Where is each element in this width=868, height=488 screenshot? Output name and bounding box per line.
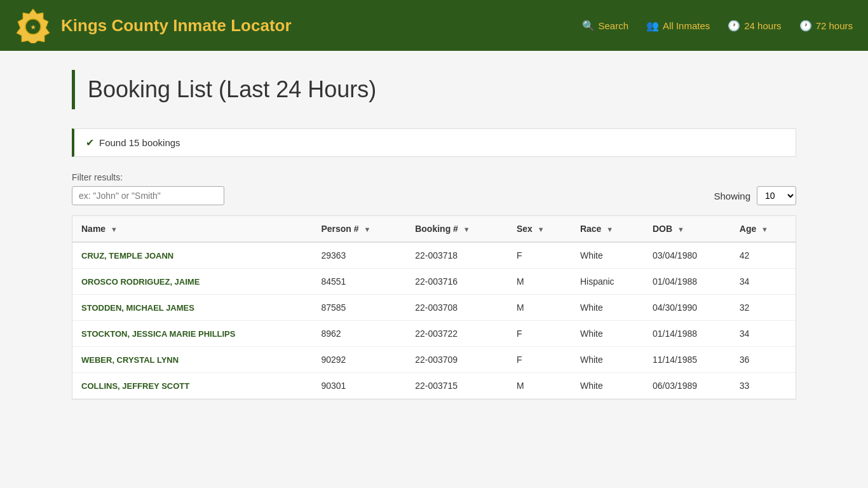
inmates-table: Name ▼ Person # ▼ Booking # ▼ Sex ▼ Race…	[72, 216, 796, 399]
24hours-icon: 🕐	[728, 20, 740, 32]
cell-name: WEBER, CRYSTAL LYNN	[72, 347, 312, 373]
cell-booking-num: 22-003718	[406, 242, 508, 269]
cell-person-num: 87585	[312, 295, 406, 321]
showing-select[interactable]: 10 25 50 100	[757, 186, 796, 205]
sheriff-badge-logo: ★	[15, 8, 51, 43]
app-title: Kings County Inmate Locator	[61, 16, 582, 36]
inmate-name-link[interactable]: STOCKTON, JESSICA MARIE PHILLIPS	[81, 329, 235, 339]
filter-input[interactable]	[72, 186, 224, 205]
col-sex[interactable]: Sex ▼	[508, 216, 571, 242]
table-header: Name ▼ Person # ▼ Booking # ▼ Sex ▼ Race…	[72, 216, 796, 242]
table-body: CRUZ, TEMPLE JOANN 29363 22-003718 F Whi…	[72, 242, 796, 399]
inmate-name-link[interactable]: COLLINS, JEFFREY SCOTT	[81, 381, 189, 391]
72hours-icon: 🕐	[799, 20, 812, 32]
cell-sex: M	[508, 295, 571, 321]
cell-race: Hispanic	[571, 269, 644, 295]
search-nav-item[interactable]: 🔍 Search	[582, 20, 629, 32]
cell-age: 34	[731, 321, 796, 347]
cell-dob: 06/03/1989	[644, 373, 731, 399]
cell-age: 42	[731, 242, 796, 269]
col-name[interactable]: Name ▼	[72, 216, 312, 242]
col-age[interactable]: Age ▼	[731, 216, 796, 242]
cell-booking-num: 22-003708	[406, 295, 508, 321]
table-row: OROSCO RODRIGUEZ, JAIME 84551 22-003716 …	[72, 269, 796, 295]
cell-sex: M	[508, 269, 571, 295]
cell-dob: 01/04/1988	[644, 269, 731, 295]
cell-sex: F	[508, 242, 571, 269]
name-sort-icon: ▼	[111, 226, 118, 233]
filter-section: Filter results:	[72, 172, 224, 205]
cell-person-num: 90301	[312, 373, 406, 399]
result-info-text: Found 15 bookings	[99, 137, 180, 148]
cell-race: White	[571, 242, 644, 269]
72hours-nav-item[interactable]: 🕐 72 hours	[799, 20, 853, 32]
search-icon: 🔍	[582, 20, 595, 32]
all-inmates-nav-label: All Inmates	[663, 20, 710, 31]
showing-label: Showing	[714, 191, 750, 201]
cell-booking-num: 22-003709	[406, 347, 508, 373]
search-nav-label: Search	[599, 20, 629, 31]
cell-race: White	[571, 373, 644, 399]
showing-section: Showing 10 25 50 100	[714, 186, 796, 205]
cell-name: STOCKTON, JESSICA MARIE PHILLIPS	[72, 321, 312, 347]
check-icon: ✔	[86, 137, 94, 149]
age-sort-icon: ▼	[761, 226, 768, 233]
inmate-name-link[interactable]: OROSCO RODRIGUEZ, JAIME	[81, 277, 200, 287]
table-row: CRUZ, TEMPLE JOANN 29363 22-003718 F Whi…	[72, 242, 796, 269]
table-row: COLLINS, JEFFREY SCOTT 90301 22-003715 M…	[72, 373, 796, 399]
cell-booking-num: 22-003722	[406, 321, 508, 347]
race-sort-icon: ▼	[606, 226, 613, 233]
cell-name: OROSCO RODRIGUEZ, JAIME	[72, 269, 312, 295]
cell-age: 33	[731, 373, 796, 399]
header: ★ Kings County Inmate Locator 🔍 Search 👥…	[0, 0, 868, 51]
cell-person-num: 29363	[312, 242, 406, 269]
72hours-nav-label: 72 hours	[816, 20, 853, 31]
table-row: WEBER, CRYSTAL LYNN 90292 22-003709 F Wh…	[72, 347, 796, 373]
inmate-name-link[interactable]: WEBER, CRYSTAL LYNN	[81, 355, 179, 365]
col-dob[interactable]: DOB ▼	[644, 216, 731, 242]
main-content: Booking List (Last 24 Hours) ✔ Found 15 …	[59, 70, 809, 400]
24hours-nav-label: 24 hours	[744, 20, 781, 31]
all-inmates-icon: 👥	[646, 20, 659, 32]
cell-person-num: 8962	[312, 321, 406, 347]
svg-text:★: ★	[31, 24, 36, 30]
cell-age: 34	[731, 269, 796, 295]
table-header-row: Name ▼ Person # ▼ Booking # ▼ Sex ▼ Race…	[72, 216, 796, 242]
cell-race: White	[571, 295, 644, 321]
page-title-bar: Booking List (Last 24 Hours)	[72, 70, 796, 109]
booking-sort-icon: ▼	[463, 226, 470, 233]
table-row: STOCKTON, JESSICA MARIE PHILLIPS 8962 22…	[72, 321, 796, 347]
col-booking-num[interactable]: Booking # ▼	[406, 216, 508, 242]
24hours-nav-item[interactable]: 🕐 24 hours	[728, 20, 781, 32]
dob-sort-icon: ▼	[677, 226, 684, 233]
cell-name: COLLINS, JEFFREY SCOTT	[72, 373, 312, 399]
inmates-table-container: Name ▼ Person # ▼ Booking # ▼ Sex ▼ Race…	[72, 215, 796, 400]
table-row: STODDEN, MICHAEL JAMES 87585 22-003708 M…	[72, 295, 796, 321]
cell-dob: 04/30/1990	[644, 295, 731, 321]
col-person-num[interactable]: Person # ▼	[312, 216, 406, 242]
cell-booking-num: 22-003715	[406, 373, 508, 399]
cell-age: 32	[731, 295, 796, 321]
page-title: Booking List (Last 24 Hours)	[88, 70, 796, 109]
cell-dob: 03/04/1980	[644, 242, 731, 269]
cell-name: CRUZ, TEMPLE JOANN	[72, 242, 312, 269]
cell-person-num: 90292	[312, 347, 406, 373]
filter-label: Filter results:	[72, 172, 224, 182]
cell-dob: 01/14/1988	[644, 321, 731, 347]
header-nav: 🔍 Search 👥 All Inmates 🕐 24 hours 🕐 72 h…	[582, 20, 853, 32]
filter-row: Filter results: Showing 10 25 50 100	[72, 172, 796, 205]
col-race[interactable]: Race ▼	[571, 216, 644, 242]
inmate-name-link[interactable]: CRUZ, TEMPLE JOANN	[81, 251, 173, 261]
cell-booking-num: 22-003716	[406, 269, 508, 295]
cell-race: White	[571, 321, 644, 347]
cell-race: White	[571, 347, 644, 373]
result-info-banner: ✔ Found 15 bookings	[72, 128, 796, 157]
cell-sex: F	[508, 347, 571, 373]
cell-age: 36	[731, 347, 796, 373]
person-sort-icon: ▼	[363, 226, 370, 233]
inmate-name-link[interactable]: STODDEN, MICHAEL JAMES	[81, 303, 194, 313]
cell-person-num: 84551	[312, 269, 406, 295]
cell-name: STODDEN, MICHAEL JAMES	[72, 295, 312, 321]
sex-sort-icon: ▼	[538, 226, 545, 233]
all-inmates-nav-item[interactable]: 👥 All Inmates	[646, 20, 710, 32]
